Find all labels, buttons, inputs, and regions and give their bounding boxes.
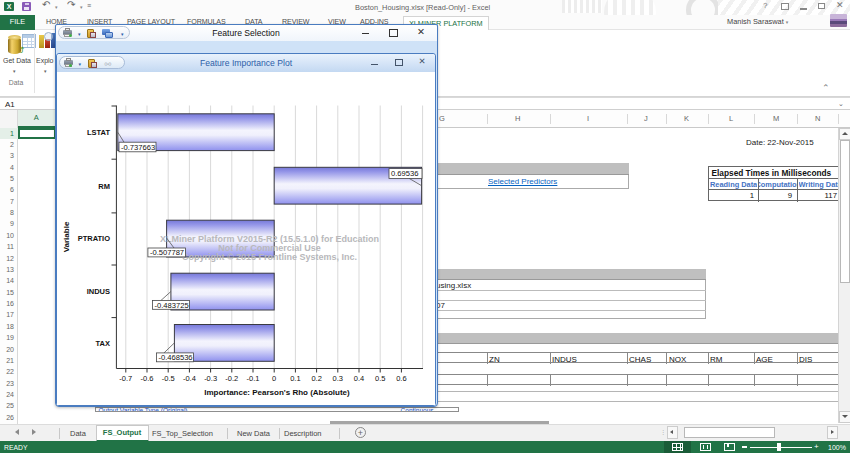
svg-text:RM: RM: [98, 182, 110, 191]
svg-text:0.6: 0.6: [396, 374, 406, 383]
svg-text:TAX: TAX: [96, 339, 110, 348]
svg-text:-0.6: -0.6: [141, 374, 154, 383]
svg-text:-0.3: -0.3: [204, 374, 217, 383]
svg-text:0.5: 0.5: [375, 374, 385, 383]
svg-text:0.69536: 0.69536: [391, 169, 418, 178]
svg-text:Importance: Pearson's Rho (Abs: Importance: Pearson's Rho (Absolute): [204, 388, 350, 397]
svg-text:-0.5: -0.5: [162, 374, 175, 383]
svg-text:0.1: 0.1: [290, 374, 300, 383]
svg-text:0.2: 0.2: [311, 374, 321, 383]
svg-text:-0.737663: -0.737663: [121, 143, 155, 152]
svg-text:-0.7: -0.7: [119, 374, 132, 383]
svg-text:-0.1: -0.1: [247, 374, 260, 383]
svg-text:Copyright © 2015 Frontline Sys: Copyright © 2015 Frontline Systems, Inc.: [182, 252, 357, 262]
svg-text:0: 0: [272, 374, 276, 383]
svg-text:INDUS: INDUS: [87, 287, 110, 296]
svg-text:0.4: 0.4: [354, 374, 364, 383]
svg-text:-0.4: -0.4: [183, 374, 196, 383]
svg-text:Variable: Variable: [62, 221, 71, 252]
svg-text:-0.507787: -0.507787: [150, 248, 184, 257]
svg-text:PTRATIO: PTRATIO: [78, 234, 111, 243]
svg-text:LSTAT: LSTAT: [87, 128, 110, 137]
svg-text:-0.483725: -0.483725: [155, 301, 189, 310]
svg-text:-0.2: -0.2: [225, 374, 238, 383]
svg-text:-0.468536: -0.468536: [158, 353, 192, 362]
svg-text:0.3: 0.3: [333, 374, 343, 383]
